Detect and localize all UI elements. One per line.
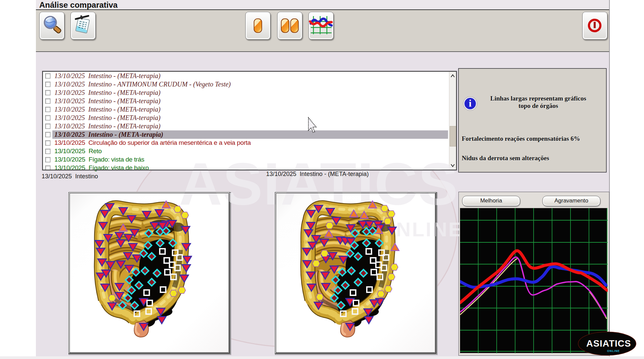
svg-text:ONLINE: ONLINE [607,349,620,353]
svg-text:ASIATICS: ASIATICS [586,338,631,349]
